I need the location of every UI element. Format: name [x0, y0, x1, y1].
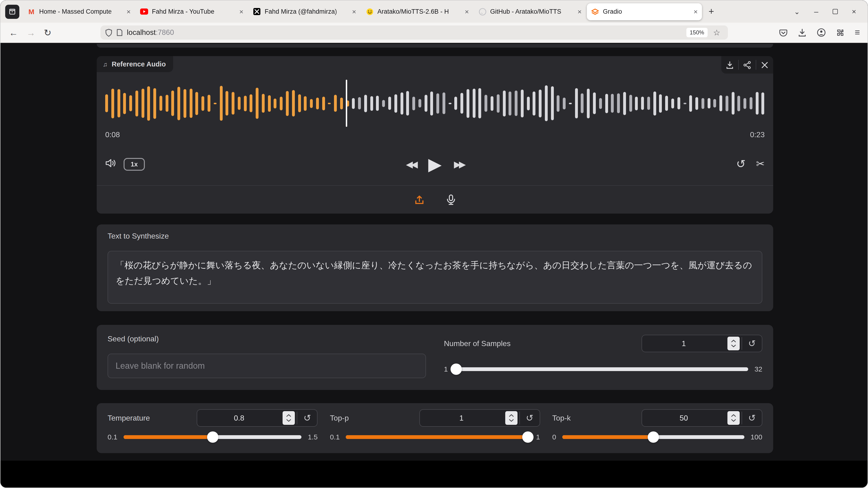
waveform-bar — [135, 90, 138, 116]
top-p-slider[interactable] — [346, 435, 530, 439]
top-k-value-input[interactable] — [642, 410, 725, 426]
window-minimize-button[interactable]: – — [814, 8, 818, 15]
reload-button[interactable]: ↻ — [44, 28, 52, 37]
playback-speed-button[interactable]: 1x — [124, 158, 145, 170]
address-bar[interactable]: localhost:7860 150% ☆ — [100, 26, 728, 40]
tab-huggingface[interactable]: Aratako/MioTTS-2.6B - H × — [361, 3, 473, 20]
extensions-puzzle-icon[interactable] — [836, 28, 845, 37]
waveform-bar — [702, 98, 704, 109]
list-tabs-chevron-icon[interactable]: ⌄ — [794, 7, 800, 16]
tab-close-icon[interactable]: × — [693, 8, 698, 15]
spinner-buttons[interactable] — [727, 337, 740, 350]
undo-icon[interactable]: ↺ — [736, 158, 746, 170]
window-maximize-button[interactable] — [832, 9, 838, 14]
audio-clear-button[interactable] — [756, 56, 773, 73]
temperature-value-input[interactable] — [197, 410, 281, 426]
waveform-bar — [394, 94, 397, 112]
num-samples-reset-button[interactable]: ↺ — [742, 335, 762, 352]
massed-compute-favicon: M — [27, 7, 35, 15]
waveform-bar — [105, 94, 108, 112]
waveform-bar — [755, 92, 758, 115]
trim-scissors-icon[interactable]: ✂ — [756, 159, 765, 169]
tab-close-icon[interactable]: × — [239, 8, 243, 15]
pocket-icon[interactable] — [779, 28, 788, 37]
back-button[interactable]: ← — [9, 28, 18, 37]
downloads-icon[interactable] — [798, 28, 807, 37]
audio-download-button[interactable] — [721, 56, 738, 73]
tab-github[interactable]: GitHub - Aratako/MioTTS × — [474, 3, 586, 20]
waveform[interactable] — [105, 82, 765, 125]
forward-button[interactable]: → — [26, 28, 35, 37]
record-microphone-button[interactable] — [443, 194, 459, 206]
tab-close-icon[interactable]: × — [465, 8, 469, 15]
temperature-reset-button[interactable]: ↺ — [298, 410, 317, 426]
volume-icon[interactable] — [105, 158, 117, 170]
temperature-slider[interactable] — [124, 435, 302, 439]
account-icon[interactable] — [816, 28, 826, 37]
waveform-bar — [148, 86, 150, 121]
top-k-slider-row: 0 100 — [552, 433, 762, 441]
tab-close-icon[interactable]: × — [352, 8, 356, 15]
seed-input[interactable] — [107, 354, 426, 378]
top-k-slider[interactable] — [562, 435, 744, 439]
play-icon[interactable]: ▶ — [428, 155, 442, 173]
waveform-bar — [521, 89, 524, 117]
tab-gradio-active[interactable]: Gradio × — [587, 3, 702, 20]
num-samples-slider[interactable] — [454, 367, 748, 371]
slider-min-label: 0.1 — [107, 433, 118, 441]
chevron-up-icon — [286, 414, 292, 417]
waveform-bar — [665, 96, 668, 111]
spinner-buttons[interactable] — [727, 411, 740, 425]
window-close-button[interactable]: × — [852, 8, 856, 15]
temperature-number-group: ↺ — [197, 409, 318, 427]
tab-title: Fahd Mirza - YouTube — [152, 8, 237, 15]
total-time: 0:23 — [750, 131, 765, 139]
text-to-synthesize-panel: Text to Synthesize 「桜の花びらが静かに舞い落ちる夜、あなたの… — [97, 224, 773, 311]
audio-toolbar — [721, 56, 773, 73]
waveform-bar — [352, 98, 355, 109]
waveform-bar — [322, 96, 325, 110]
seed-column: Seed (optional) — [107, 335, 426, 380]
fast-forward-icon[interactable]: ▶▶ — [454, 160, 464, 168]
menu-hamburger-icon[interactable]: ≡ — [855, 27, 860, 38]
slider-thumb[interactable] — [522, 431, 534, 443]
tab-close-icon[interactable]: × — [126, 8, 131, 15]
transport-cluster: ◀◀ ▶ ▶▶ — [406, 155, 464, 173]
page-info-icon[interactable] — [117, 29, 123, 36]
chevron-up-icon — [731, 339, 736, 343]
text-to-synthesize-input[interactable]: 「桜の花びらが静かに舞い落ちる夜、あなたのいない縁側に座り、冷たくなったお茶を手… — [107, 251, 762, 304]
top-p-reset-button[interactable]: ↺ — [520, 410, 539, 426]
num-samples-slider-row: 1 32 — [444, 365, 762, 373]
firefox-view-button[interactable] — [5, 4, 19, 19]
spinner-buttons[interactable] — [505, 411, 517, 425]
new-tab-button[interactable]: + — [703, 6, 720, 17]
spinner-buttons[interactable] — [283, 411, 295, 425]
tab-x[interactable]: Fahd Mirza (@fahdmirza) × — [249, 3, 361, 20]
bookmark-star-icon[interactable]: ☆ — [713, 28, 720, 37]
top-k-reset-button[interactable]: ↺ — [742, 410, 762, 426]
zoom-level-badge[interactable]: 150% — [686, 28, 707, 37]
waveform-bar — [177, 87, 180, 120]
temperature-header-row: Temperature ↺ — [107, 409, 318, 427]
waveform-bar — [533, 91, 536, 115]
waveform-bar — [328, 102, 331, 104]
slider-thumb[interactable] — [207, 431, 218, 443]
num-samples-value-input[interactable] — [642, 335, 725, 352]
tab-massed-compute[interactable]: M Home - Massed Compute × — [23, 3, 135, 20]
tabbar-right: ⌄ – × — [794, 7, 863, 16]
slider-fill — [124, 435, 213, 439]
tab-youtube[interactable]: Fahd Mirza - YouTube × — [136, 3, 248, 20]
rewind-icon[interactable]: ◀◀ — [406, 160, 416, 168]
upload-audio-button[interactable] — [411, 194, 428, 206]
playback-cursor[interactable] — [346, 80, 347, 127]
waveform-bar — [226, 91, 228, 116]
slider-thumb[interactable] — [648, 431, 659, 443]
waveform-bar — [238, 97, 241, 110]
top-p-value-input[interactable] — [420, 410, 503, 426]
screen: M Home - Massed Compute × Fahd Mirza - Y… — [0, 0, 868, 488]
tab-close-icon[interactable]: × — [578, 8, 582, 15]
waveform-bar — [406, 91, 409, 116]
slider-thumb[interactable] — [451, 363, 462, 375]
waveform-bar — [316, 97, 319, 109]
audio-share-button[interactable] — [739, 56, 756, 73]
